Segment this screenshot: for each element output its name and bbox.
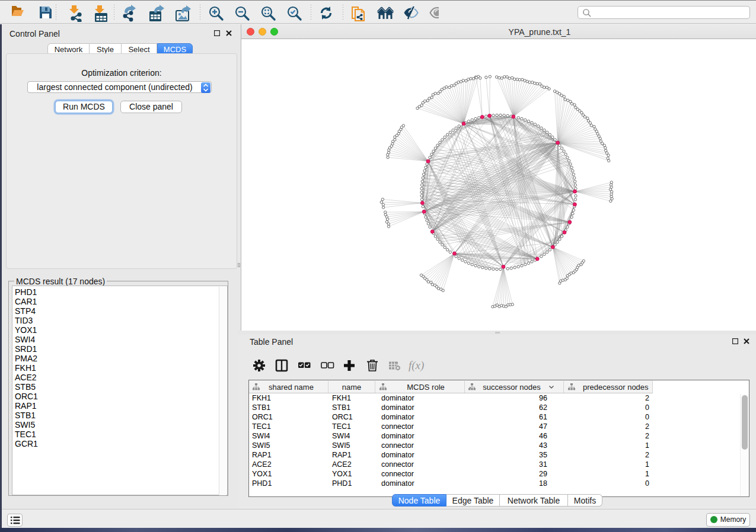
svg-text:f(x): f(x) (409, 359, 424, 372)
